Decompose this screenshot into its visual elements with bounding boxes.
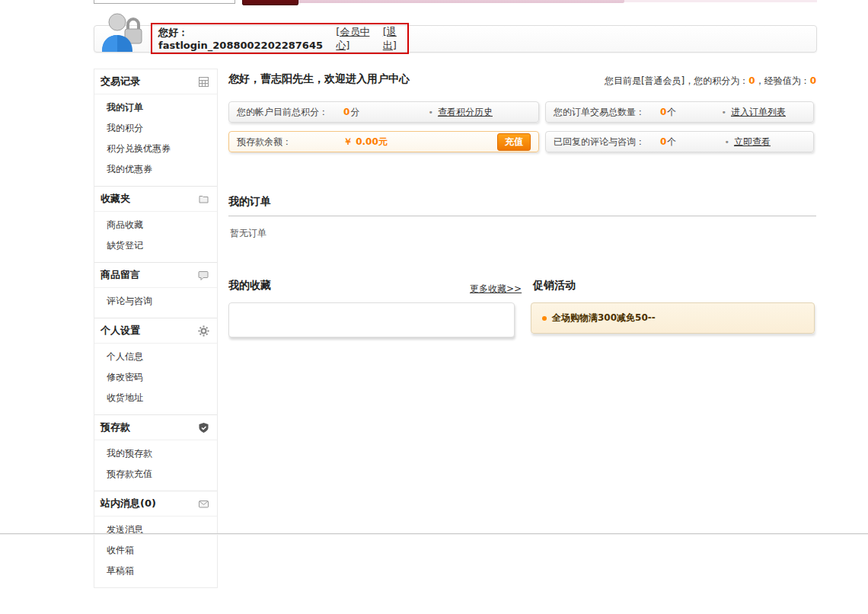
sidebar-item-my-deposit[interactable]: 我的预存款 [94,443,217,464]
promo-bullet-icon [542,316,547,321]
sidebar-items-trade: 我的订单 我的积分 积分兑换优惠券 我的优惠券 [94,94,217,186]
sidebar-section-favorites: 收藏夹 商品收藏 缺货登记 [94,186,217,262]
sidebar-item-send-message[interactable]: 发送消息 [94,520,217,540]
sidebar-header-deposit[interactable]: 预存款 [94,415,217,440]
top-decor-wash [624,0,817,2]
sidebar-section-trade: 交易记录 我的订单 我的积分 积分兑换优惠券 我的优惠券 [94,69,217,186]
login-highlight-box: 您好：fastlogin_2088002202287645 [会员中心] [退出… [151,23,409,54]
sidebar-header-label: 收藏夹 [101,192,130,206]
sidebar-header-settings[interactable]: 个人设置 [94,318,217,344]
ledger-icon [198,76,209,88]
footer-divider-highlight [0,534,868,535]
top-banner-strip [242,0,624,3]
logout-link[interactable]: [退出] [383,25,407,53]
order-list-link[interactable]: 进入订单列表 [731,106,786,119]
welcome-heading: 您好，曹志阳先生，欢迎进入用户中心 [228,72,410,86]
sidebar-item-comments[interactable]: 评论与咨询 [94,291,217,312]
sidebar-item-change-password[interactable]: 修改密码 [94,367,217,388]
orders-summary-card: 您的订单交易总数量： 0 个 进入订单列表 [545,101,814,123]
points-history-link[interactable]: 查看积分历史 [438,106,493,119]
bullet: 查看积分历史 [429,106,493,119]
sidebar-item-deposit-recharge[interactable]: 预存款充值 [94,464,217,484]
exp-value: 0 [810,75,816,86]
sidebar-section-deposit: 预存款 我的预存款 预存款充值 [94,414,217,491]
search-input[interactable] [94,0,235,4]
card-value: 0 [660,107,666,117]
greeting-text: 您好：fastlogin_2088002202287645 [158,26,331,51]
sidebar-item-stock-register[interactable]: 缺货登记 [94,235,217,256]
comment-icon [198,270,209,281]
favorites-section-title: 我的收藏 [228,279,271,293]
card-value: 0 [343,107,349,117]
card-value: 0 [660,136,666,147]
sidebar-header-label: 商品留言 [101,268,140,282]
sidebar-item-my-orders[interactable]: 我的订单 [94,98,217,118]
orders-divider [228,216,816,216]
deposit-summary-card: 预存款余额： ￥ 0.00元 充值 [228,131,539,152]
sidebar-item-product-favorites[interactable]: 商品收藏 [94,215,217,235]
card-value: ￥ 0.00元 [343,136,388,149]
recharge-button[interactable]: 充值 [497,133,531,151]
shield-icon [198,422,209,433]
points-value: 0 [748,75,755,86]
folder-icon [198,193,209,205]
gear-icon [198,325,209,337]
promotion-item[interactable]: 全场购物满300减免50-- [531,302,815,334]
view-replies-link[interactable]: 立即查看 [734,136,771,149]
sidebar-header-label: 站内消息(0) [101,497,156,510]
card-label: 您的订单交易总数量： [554,106,660,119]
sidebar-section-messages: 商品留言 评论与咨询 [94,262,217,318]
sidebar-items-deposit: 我的预存款 预存款充值 [94,440,217,491]
sidebar-header-favorites[interactable]: 收藏夹 [94,187,217,212]
sidebar-header-label: 预存款 [101,421,130,434]
user-center-page: 您好：fastlogin_2088002202287645 [会员中心] [退出… [0,0,868,614]
sidebar-items-favorites: 商品收藏 缺货登记 [94,212,217,262]
sidebar-items-messages: 评论与咨询 [94,288,217,318]
more-favorites-link[interactable]: 更多收藏>> [470,283,522,296]
sidebar-item-personal-info[interactable]: 个人信息 [94,347,217,367]
card-label: 您的帐户目前总积分： [237,106,343,119]
card-unit: 分 [350,106,359,119]
sidebar-header-messages[interactable]: 商品留言 [94,263,217,288]
bullet: 立即查看 [725,136,771,149]
sidebar-header-label: 交易记录 [101,75,140,88]
promotions-section-title: 促销活动 [533,279,576,293]
orders-section-title: 我的订单 [228,195,271,209]
card-label: 预存款余额： [237,136,343,149]
sidebar-item-points-exchange[interactable]: 积分兑换优惠券 [94,139,217,159]
sidebar-header-trade[interactable]: 交易记录 [94,69,217,94]
status-prefix: 您目前是[普通会员]，您的积分为： [605,75,748,86]
sidebar-item-shipping-address[interactable]: 收货地址 [94,388,217,408]
sidebar: 交易记录 我的订单 我的积分 积分兑换优惠券 我的优惠券 收藏夹 商品收藏 [94,69,218,588]
sidebar-item-inbox[interactable]: 收件箱 [94,540,217,561]
favorites-empty-box [228,302,515,337]
mail-icon [198,498,209,510]
sidebar-items-inbox: 发送消息 收件箱 草稿箱 [94,516,217,587]
member-status-line: 您目前是[普通会员]，您的积分为：0，经验值为：0 [605,75,816,88]
search-button[interactable] [242,0,298,5]
bullet: 进入订单列表 [722,106,787,119]
sidebar-item-my-points[interactable]: 我的积分 [94,118,217,139]
user-avatar [96,11,149,53]
sidebar-header-label: 个人设置 [101,324,140,337]
card-label: 已回复的评论与咨询： [554,136,660,149]
sidebar-item-my-coupons[interactable]: 我的优惠券 [94,159,217,180]
promo-text: 全场购物满300减免50-- [552,312,656,325]
orders-empty-text: 暂无订单 [230,227,266,240]
member-center-link[interactable]: [会员中心] [336,25,378,53]
sidebar-items-settings: 个人信息 修改密码 收货地址 [94,344,217,414]
card-unit: 个 [667,136,676,149]
sidebar-item-drafts[interactable]: 草稿箱 [94,561,217,581]
card-unit: 个 [667,106,676,119]
sidebar-section-settings: 个人设置 个人信息 修改密码 收货地址 [94,318,217,414]
points-summary-card: 您的帐户目前总积分： 0 分 查看积分历史 [228,101,539,123]
sidebar-section-inbox: 站内消息(0) 发送消息 收件箱 草稿箱 [94,491,217,587]
replies-summary-card: 已回复的评论与咨询： 0 个 立即查看 [545,131,814,152]
sidebar-header-inbox[interactable]: 站内消息(0) [94,491,217,516]
status-mid: ，经验值为： [755,75,810,86]
